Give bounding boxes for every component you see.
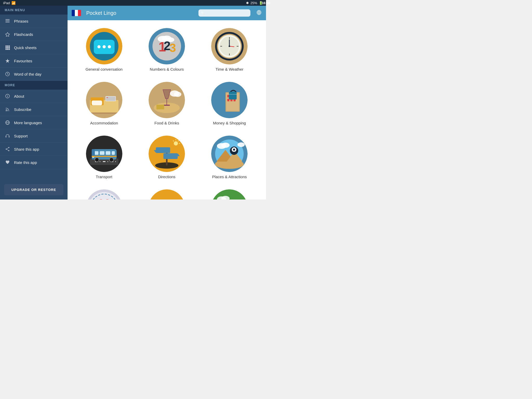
bluetooth-icon: ✱ bbox=[246, 1, 249, 5]
sidebar-item-quicksheets[interactable]: Quick sheets bbox=[0, 41, 68, 54]
info-icon: i bbox=[5, 93, 10, 99]
wifi-icon: 📶 bbox=[11, 1, 16, 5]
category-places-attractions[interactable]: Places & Attractions bbox=[201, 133, 258, 182]
category-accommodation[interactable]: Accommodation bbox=[75, 79, 133, 128]
search-input[interactable] bbox=[198, 9, 250, 17]
svg-point-32 bbox=[97, 45, 101, 48]
svg-rect-6 bbox=[5, 47, 7, 48]
svg-point-122 bbox=[233, 149, 235, 151]
svg-rect-4 bbox=[7, 45, 8, 47]
category-label-directions: Directions bbox=[158, 175, 176, 179]
svg-rect-10 bbox=[7, 49, 8, 50]
svg-rect-69 bbox=[164, 105, 170, 106]
upgrade-restore-button[interactable]: UPGRADE or RESTORE bbox=[4, 184, 63, 195]
time-display: 16:30 bbox=[262, 1, 266, 5]
share-label: Share this app bbox=[14, 147, 39, 151]
status-bar: iPad 📶 16:30 ✱ 25% 🔋 bbox=[0, 0, 266, 6]
category-money-shopping[interactable]: Money & Shopping bbox=[201, 79, 258, 128]
star-icon bbox=[5, 58, 10, 64]
subscribe-label: Subscribe bbox=[14, 107, 31, 112]
sidebar-item-phrases[interactable]: Phrases bbox=[0, 15, 68, 28]
category-food-drinks[interactable]: Food & Drinks bbox=[138, 79, 195, 128]
sidebar-item-subscribe[interactable]: Subscribe bbox=[0, 103, 68, 116]
svg-rect-2 bbox=[5, 22, 10, 22]
sidebar-item-about[interactable]: i About bbox=[0, 90, 68, 103]
svg-rect-79 bbox=[227, 99, 229, 101]
svg-line-26 bbox=[7, 148, 9, 149]
svg-point-106 bbox=[174, 141, 178, 145]
share-icon bbox=[5, 146, 10, 152]
svg-point-28 bbox=[258, 12, 260, 13]
phrases-label: Phrases bbox=[14, 19, 28, 23]
category-numbers-colours[interactable]: 1 2 3 Numbers & Colours bbox=[138, 25, 195, 74]
svg-rect-1 bbox=[5, 21, 10, 21]
favourites-label: Favourites bbox=[14, 59, 32, 63]
category-relationships[interactable]: Relationships bbox=[75, 187, 133, 200]
sidebar-item-wordofday[interactable]: Word of the day bbox=[0, 68, 68, 81]
wordofday-label: Word of the day bbox=[14, 72, 42, 76]
sidebar-main-header: MAIN MENU bbox=[0, 6, 68, 15]
pin-icon bbox=[5, 31, 10, 37]
rate-label: Rate this app bbox=[14, 160, 37, 165]
sidebar-more-header: MORE bbox=[0, 81, 68, 90]
category-time-weather[interactable]: Time & Weather bbox=[201, 25, 258, 74]
category-label-time: Time & Weather bbox=[216, 67, 244, 71]
headphones-icon bbox=[5, 133, 10, 139]
flashcards-label: Flashcards bbox=[14, 32, 33, 37]
svg-rect-11 bbox=[9, 49, 10, 50]
svg-rect-91 bbox=[100, 151, 104, 155]
svg-text:3: 3 bbox=[169, 41, 176, 55]
quicksheets-label: Quick sheets bbox=[14, 45, 37, 50]
svg-point-71 bbox=[174, 92, 181, 97]
svg-rect-3 bbox=[5, 45, 7, 47]
top-bar: Pocket Lingo 🔍 bbox=[68, 6, 266, 20]
svg-point-117 bbox=[221, 143, 230, 148]
svg-rect-21 bbox=[6, 136, 6, 137]
app-title: Pocket Lingo bbox=[86, 10, 195, 16]
sidebar-item-support[interactable]: Support bbox=[0, 129, 68, 143]
svg-rect-9 bbox=[5, 49, 7, 50]
flag-france bbox=[72, 10, 81, 16]
battery-label: 25% bbox=[250, 1, 257, 5]
svg-point-43 bbox=[167, 37, 174, 42]
category-label-money: Money & Shopping bbox=[213, 121, 246, 125]
categories-grid: General conversation 1 2 3 Numbers & Col… bbox=[68, 20, 266, 200]
sidebar-item-favourites[interactable]: Favourites bbox=[0, 54, 68, 68]
svg-rect-102 bbox=[156, 147, 170, 153]
grid-icon bbox=[5, 45, 10, 50]
category-label-places: Places & Attractions bbox=[212, 175, 247, 179]
svg-point-23 bbox=[8, 147, 9, 148]
svg-text:i: i bbox=[7, 95, 8, 98]
sidebar-item-rate[interactable]: Rate this app bbox=[0, 156, 68, 169]
sidebar-item-morelanguages[interactable]: More languages bbox=[0, 116, 68, 129]
settings-icon[interactable] bbox=[256, 10, 262, 17]
svg-rect-104 bbox=[163, 153, 178, 159]
sidebar-item-share[interactable]: Share this app bbox=[0, 143, 68, 156]
svg-rect-22 bbox=[9, 136, 10, 137]
category-label-food: Food & Drinks bbox=[154, 121, 179, 125]
category-directions[interactable]: Directions bbox=[138, 133, 195, 182]
sidebar-item-flashcards[interactable]: Flashcards bbox=[0, 28, 68, 41]
category-label-accommodation: Accommodation bbox=[90, 121, 118, 125]
category-sports-activities[interactable]: Sports & Activities bbox=[201, 187, 258, 200]
svg-rect-96 bbox=[92, 149, 95, 159]
svg-point-33 bbox=[103, 45, 106, 48]
svg-rect-92 bbox=[106, 151, 110, 155]
svg-point-25 bbox=[6, 149, 7, 150]
svg-rect-98 bbox=[92, 156, 117, 157]
svg-rect-82 bbox=[229, 92, 237, 99]
content-area: Pocket Lingo 🔍 bbox=[68, 6, 266, 200]
svg-point-94 bbox=[95, 158, 99, 162]
category-emergency-health[interactable]: Emergency & Health bbox=[138, 187, 195, 200]
clock-icon bbox=[5, 71, 10, 77]
svg-rect-60 bbox=[92, 101, 102, 105]
svg-rect-93 bbox=[112, 151, 115, 155]
svg-point-56 bbox=[229, 45, 230, 47]
support-label: Support bbox=[14, 134, 28, 138]
svg-rect-62 bbox=[106, 97, 115, 101]
category-general-conversation[interactable]: General conversation bbox=[75, 25, 133, 74]
category-label-general: General conversation bbox=[85, 67, 123, 71]
svg-point-17 bbox=[6, 110, 7, 111]
category-transport[interactable]: Transport bbox=[75, 133, 133, 182]
svg-rect-64 bbox=[90, 112, 118, 114]
